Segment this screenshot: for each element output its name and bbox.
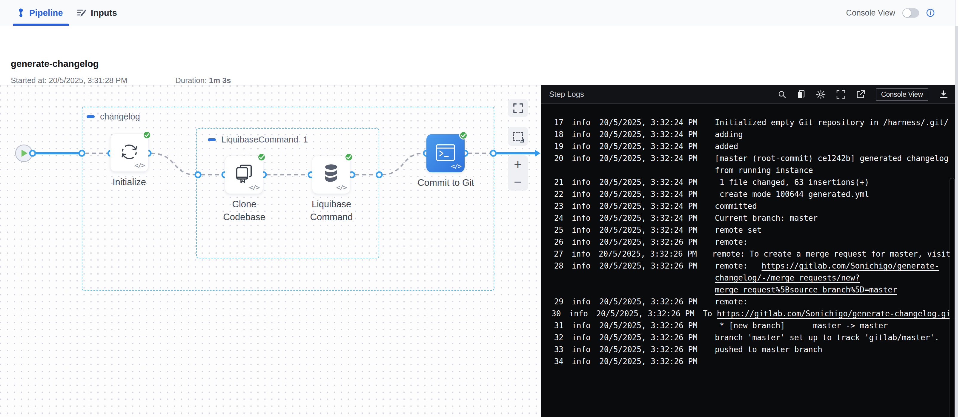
log-level: info [572,188,591,200]
tab-pipeline[interactable]: Pipeline [17,0,63,26]
log-row: 33info20/5/2025, 3:32:26 PMpushed to mas… [541,344,955,355]
log-timestamp: 20/5/2025, 3:32:24 PM [599,224,706,236]
success-check-icon [143,131,151,139]
log-message: create mode 100644 generated.yml [715,188,869,200]
search-icon[interactable] [778,90,786,99]
step-node-initialize[interactable]: </> [110,134,148,172]
success-check-icon [345,153,353,161]
step-node-commit-to-git[interactable]: </> [426,134,465,172]
page-title: generate-changelog [11,59,99,69]
log-text: from running instance [715,166,813,175]
log-link[interactable]: merge_request%5Bsource_branch%5D=master [715,285,897,294]
log-message: To https://gitlab.com/Sonichigo/generate… [703,308,955,320]
fullscreen-icon[interactable] [836,90,845,99]
log-row: 32info20/5/2025, 3:32:26 PMbranch 'maste… [541,331,955,344]
code-glyph: </> [134,162,145,169]
log-message: changelog/-/merge_requests/new? [715,272,860,284]
log-line-number [551,272,563,284]
zoom-in-button[interactable]: + [514,158,522,170]
tab-inputs[interactable]: Inputs [77,0,117,26]
log-text: Current branch: master [715,213,818,223]
liquibase-icon [321,163,341,184]
log-line-number: 22 [551,188,563,200]
log-timestamp: 20/5/2025, 3:32:26 PM [599,296,706,308]
code-glyph: </> [336,184,346,191]
log-message: committed [715,200,757,212]
pipeline-graph-canvas[interactable]: changelog LiquibaseCommand_1 [0,85,541,417]
duration: Duration: 1m 3s [175,76,231,85]
active-tab-underline [13,24,69,26]
log-level: info [572,344,591,355]
log-line-number: 27 [551,248,563,260]
log-message: Initialized empty Git repository in /har… [715,116,949,129]
step-node-clone-codebase[interactable]: </> [225,156,263,194]
log-link[interactable]: changelog/-/merge_requests/new? [715,273,860,282]
log-text: [master (root-commit) ce1242b] generated… [715,154,949,163]
step-node-liquibase-command[interactable]: </> [312,156,350,194]
step-label-clone-codebase: Clone Codebase [223,198,265,223]
log-rows: 17info20/5/2025, 3:32:24 PMInitialized e… [541,116,955,368]
console-view-toggle[interactable] [902,8,919,18]
log-level: info [572,224,591,236]
page-scrollbar[interactable] [955,26,958,417]
log-level: info [572,355,591,368]
log-row: 30info20/5/2025, 3:32:26 PMTo https://gi… [541,308,955,320]
step-logs-title: Step Logs [549,90,584,99]
log-line-number [551,284,563,296]
log-level: info [572,152,591,164]
log-row: 22info20/5/2025, 3:32:24 PM create mode … [541,188,955,200]
copy-icon[interactable] [797,90,805,99]
open-in-new-icon[interactable] [856,90,865,99]
log-timestamp [599,164,706,176]
console-view-button[interactable]: Console View [876,88,928,101]
log-row: 26info20/5/2025, 3:32:26 PMremote: [541,236,955,248]
log-line-number: 32 [551,331,563,344]
log-line-number: 19 [551,140,563,152]
log-message: pushed to master branch [715,344,822,355]
pipeline-icon [17,8,25,18]
log-text: remote: To create a merge request for ma… [712,250,955,258]
log-line-number: 34 [551,355,563,368]
download-icon[interactable] [939,90,948,99]
log-timestamp: 20/5/2025, 3:32:26 PM [599,248,704,260]
log-text: remote: [715,297,748,306]
log-text: added [715,142,738,151]
sync-icon [119,142,139,162]
log-text: remote set [715,226,762,234]
marquee-select-button[interactable] [508,127,528,146]
log-link[interactable]: https://gitlab.com/Sonichigo/generate-ch… [717,309,955,318]
log-level [572,272,591,284]
log-message: merge_request%5Bsource_branch%5D=master [715,284,897,296]
log-level: info [572,129,591,140]
clone-codebase-icon [234,164,253,184]
step-label-commit-to-git: Commit to Git [417,176,474,189]
log-text: pushed to master branch [715,345,822,354]
log-text: remote: [715,237,748,247]
log-line-number: 24 [551,212,563,224]
info-icon[interactable] [926,9,935,17]
log-line-number: 26 [551,236,563,248]
log-message: Current branch: master [715,212,818,224]
zoom-out-button[interactable]: − [514,176,522,188]
log-timestamp: 20/5/2025, 3:32:26 PM [599,320,706,331]
log-text: * [new branch] master -> master [715,321,888,330]
code-glyph: </> [451,162,461,170]
marquee-select-icon [513,132,523,141]
log-text: create mode 100644 generated.yml [715,190,869,199]
log-row: 21info20/5/2025, 3:32:24 PM 1 file chang… [541,176,955,188]
log-timestamp: 20/5/2025, 3:32:24 PM [599,188,706,200]
log-level: info [572,320,591,331]
log-line-number: 33 [551,344,563,355]
log-timestamp: 20/5/2025, 3:32:24 PM [599,140,706,152]
log-link[interactable]: https://gitlab.com/Sonichigo/generate- [762,261,939,271]
log-line-number [551,164,563,176]
settings-gear-icon[interactable] [816,90,826,99]
log-timestamp: 20/5/2025, 3:32:24 PM [599,200,706,212]
log-scrollbar[interactable] [950,178,955,417]
fit-to-screen-button[interactable] [508,99,528,117]
log-level: info [572,116,591,129]
step-label-liquibase-command: Liquibase Command [310,198,353,223]
inputs-icon [77,8,87,18]
step-logs-panel: Step Logs [541,85,955,417]
log-timestamp: 20/5/2025, 3:32:26 PM [599,355,706,368]
